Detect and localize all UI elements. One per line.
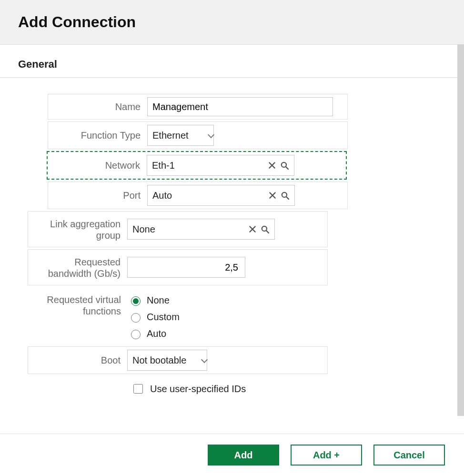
vf-option-custom[interactable]: Custom bbox=[129, 312, 180, 323]
network-lookup[interactable]: Eth-1 bbox=[147, 155, 294, 176]
svg-line-5 bbox=[266, 231, 269, 233]
dialog-title: Add Connection bbox=[18, 13, 446, 31]
row-virtual-functions: Requested virtual functions None Custom … bbox=[29, 287, 329, 344]
boot-select[interactable]: Not bootable bbox=[127, 350, 207, 371]
svg-point-2 bbox=[282, 192, 287, 197]
label-function-type: Function Type bbox=[48, 122, 147, 149]
svg-line-3 bbox=[286, 197, 289, 199]
row-lag: Link aggregation group None bbox=[28, 211, 328, 247]
name-input[interactable] bbox=[147, 97, 333, 116]
bandwidth-input[interactable] bbox=[127, 257, 245, 278]
label-bandwidth: Requested bandwidth (Gb/s) bbox=[28, 250, 127, 285]
svg-line-1 bbox=[286, 167, 288, 169]
vf-radio-none[interactable] bbox=[131, 296, 141, 306]
row-name: Name bbox=[48, 94, 348, 120]
use-ids-checkbox-row[interactable]: Use user-specified IDs bbox=[131, 383, 464, 395]
label-lag: Link aggregation group bbox=[28, 212, 127, 247]
add-button[interactable]: Add bbox=[208, 445, 279, 466]
search-icon[interactable] bbox=[259, 223, 271, 235]
search-icon[interactable] bbox=[279, 160, 290, 171]
form-area: Name Function Type Ethernet Network Eth-… bbox=[0, 78, 464, 434]
label-virtual-functions: Requested virtual functions bbox=[29, 287, 128, 344]
vf-option-none[interactable]: None bbox=[129, 295, 180, 306]
network-value: Eth-1 bbox=[152, 160, 265, 171]
add-plus-button[interactable]: Add + bbox=[291, 445, 362, 466]
port-value: Auto bbox=[152, 190, 266, 201]
use-ids-label: Use user-specified IDs bbox=[150, 384, 246, 395]
dialog-footer: Add Add + Cancel bbox=[0, 434, 464, 476]
vf-radio-auto[interactable] bbox=[131, 330, 141, 339]
svg-point-0 bbox=[282, 162, 286, 167]
dialog-header: Add Connection bbox=[0, 0, 464, 45]
row-bandwidth: Requested bandwidth (Gb/s) bbox=[28, 249, 328, 285]
label-network: Network bbox=[48, 152, 147, 179]
scrollbar[interactable] bbox=[457, 44, 464, 416]
vf-label-custom: Custom bbox=[147, 312, 180, 323]
function-type-select[interactable]: Ethernet bbox=[147, 125, 214, 146]
clear-icon[interactable] bbox=[267, 190, 278, 201]
row-port: Port Auto bbox=[48, 182, 348, 209]
row-boot: Boot Not bootable bbox=[28, 346, 328, 374]
lag-lookup[interactable]: None bbox=[127, 219, 275, 240]
add-connection-dialog: Add Connection General Name Function Typ… bbox=[0, 0, 464, 476]
vf-label-none: None bbox=[147, 295, 170, 306]
row-function-type: Function Type Ethernet bbox=[48, 122, 348, 149]
boot-value: Not bootable bbox=[132, 355, 197, 366]
lag-value: None bbox=[132, 224, 246, 235]
search-icon[interactable] bbox=[279, 190, 291, 201]
label-boot: Boot bbox=[28, 347, 127, 374]
use-ids-checkbox[interactable] bbox=[133, 384, 143, 394]
clear-icon[interactable] bbox=[247, 223, 258, 235]
clear-icon[interactable] bbox=[266, 160, 278, 171]
vf-option-auto[interactable]: Auto bbox=[129, 328, 180, 339]
row-network: Network Eth-1 bbox=[47, 151, 347, 180]
svg-point-4 bbox=[262, 226, 267, 231]
cancel-button[interactable]: Cancel bbox=[373, 445, 445, 466]
port-lookup[interactable]: Auto bbox=[147, 185, 295, 206]
vf-radio-custom[interactable] bbox=[131, 313, 141, 323]
label-port: Port bbox=[48, 182, 147, 209]
label-name: Name bbox=[48, 94, 147, 119]
section-general-title: General bbox=[0, 45, 464, 77]
vf-label-auto: Auto bbox=[147, 328, 166, 339]
function-type-value: Ethernet bbox=[152, 130, 204, 141]
